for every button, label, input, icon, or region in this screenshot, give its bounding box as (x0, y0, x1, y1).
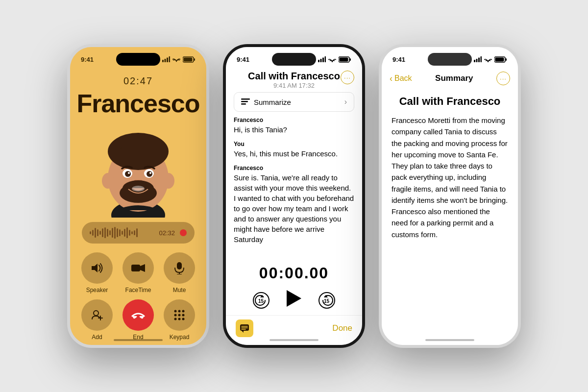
svg-rect-70 (478, 58, 480, 63)
play-button[interactable] (286, 289, 302, 311)
phone-2: 9:41 (223, 44, 365, 348)
svg-rect-52 (340, 57, 348, 61)
svg-rect-28 (131, 265, 140, 271)
svg-point-36 (174, 310, 177, 313)
playback-timer: 00:00.00 (259, 264, 329, 282)
transcript-scroll: Francesco Hi, is this Tania? You Yes, hi… (226, 117, 362, 256)
svg-rect-75 (495, 57, 504, 61)
dynamic-island-1 (116, 53, 160, 66)
back-button[interactable]: ‹ Back (390, 74, 412, 84)
transcript-block-0: Francesco Hi, is this Tania? (234, 117, 354, 135)
svg-rect-3 (169, 56, 171, 62)
svg-point-40 (178, 314, 181, 317)
end-call-icon (122, 299, 154, 331)
rec-time: 02:32 (159, 229, 175, 237)
summarize-bar[interactable]: Summarize › (234, 92, 354, 112)
svg-rect-54 (241, 101, 248, 102)
summary-more-button[interactable]: ··· (496, 72, 510, 85)
more-options-button[interactable]: ··· (341, 71, 354, 84)
svg-point-41 (182, 314, 185, 317)
facetime-label: FaceTime (125, 287, 151, 294)
svg-rect-47 (322, 58, 324, 63)
svg-marker-27 (92, 264, 98, 272)
keypad-icon (164, 299, 195, 331)
svg-rect-6 (194, 58, 196, 61)
svg-point-12 (163, 173, 174, 189)
svg-point-17 (125, 171, 131, 177)
chat-icon (240, 324, 249, 333)
speaker-text-1: Yes, hi, this must be Francesco. (234, 148, 354, 159)
summary-call-title: Call with Francesco (392, 95, 508, 108)
forward-button[interactable]: 15 (317, 291, 337, 310)
svg-point-43 (178, 318, 181, 320)
svg-rect-51 (350, 58, 351, 61)
battery-icon-3 (494, 56, 507, 63)
svg-point-19 (128, 172, 130, 174)
dynamic-island-3 (428, 53, 472, 66)
facetime-button[interactable]: FaceTime (122, 252, 154, 294)
speaker-name-0: Francesco (234, 117, 354, 123)
facetime-icon (122, 252, 154, 284)
caller-name: Francesco (76, 89, 199, 118)
svg-rect-74 (506, 58, 507, 61)
add-label: Add (92, 334, 102, 341)
call-timer: 02:47 (123, 75, 153, 87)
rec-dot (180, 229, 187, 236)
svg-rect-48 (325, 56, 326, 62)
summarize-icon (241, 98, 250, 105)
transcript-icon-button[interactable] (236, 319, 253, 337)
speaker-name-1: You (234, 141, 354, 147)
svg-point-20 (149, 172, 151, 174)
svg-text:15: 15 (324, 298, 330, 304)
svg-rect-1 (165, 59, 166, 62)
svg-point-4 (176, 61, 177, 62)
svg-marker-64 (242, 331, 244, 333)
svg-point-39 (174, 314, 177, 317)
end-call-button[interactable]: End (122, 299, 154, 341)
speaker-icon (81, 252, 113, 284)
playback-area: 00:00.00 15 (226, 256, 362, 315)
memoji-container (94, 122, 182, 220)
rewind-button[interactable]: 15 (251, 291, 271, 310)
keypad-button[interactable]: Keypad (164, 299, 195, 341)
svg-point-38 (182, 310, 185, 313)
svg-rect-69 (476, 59, 478, 62)
svg-point-44 (182, 318, 185, 320)
speaker-button[interactable]: Speaker (81, 252, 113, 294)
svg-point-37 (178, 310, 181, 313)
mute-icon (164, 252, 195, 284)
controls-row-2: Add End (81, 299, 195, 341)
svg-rect-7 (184, 57, 193, 61)
wifi-icon-3 (484, 56, 492, 62)
waveform-visual (90, 227, 154, 239)
add-button[interactable]: Add (81, 299, 113, 341)
svg-point-72 (488, 61, 489, 62)
status-icons-1 (162, 56, 196, 63)
back-chevron-icon: ‹ (390, 74, 392, 84)
speaker-label: Speaker (86, 287, 108, 294)
svg-point-11 (102, 173, 114, 189)
status-icons-3 (474, 56, 507, 63)
signal-icon-3 (474, 56, 482, 62)
memoji-svg (97, 124, 180, 218)
status-time-3: 9:41 (392, 56, 405, 63)
summarize-arrow: › (344, 98, 347, 106)
mute-button[interactable]: Mute (164, 252, 195, 294)
svg-point-18 (147, 171, 152, 177)
summary-text: Francesco Moretti from the moving compan… (392, 115, 508, 240)
transcript-block-2: Francesco Sure is. Tania, we're all read… (234, 165, 354, 245)
playback-controls: 15 15 (251, 289, 337, 311)
battery-icon-2 (339, 56, 351, 63)
svg-marker-29 (140, 264, 145, 272)
status-icons-2 (318, 56, 351, 63)
svg-rect-71 (481, 56, 482, 62)
transcript-subtitle: 9:41 AM 17:32 (248, 82, 340, 89)
speaker-name-2: Francesco (234, 165, 354, 172)
phone1-content: 9:41 (70, 47, 206, 345)
done-button[interactable]: Done (332, 323, 352, 333)
svg-point-42 (174, 318, 177, 320)
svg-rect-53 (241, 98, 250, 100)
svg-point-33 (94, 311, 98, 316)
svg-text:15: 15 (258, 298, 264, 304)
svg-rect-30 (177, 262, 182, 270)
